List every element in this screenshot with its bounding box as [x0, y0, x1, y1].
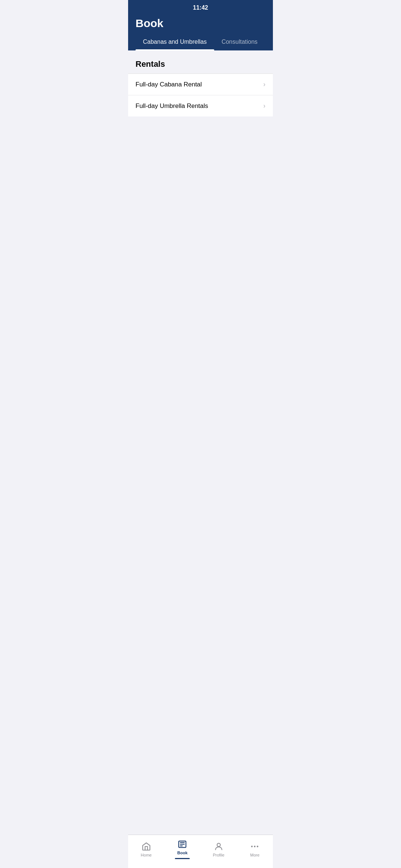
chevron-right-icon: ›	[263, 80, 265, 88]
chevron-right-icon: ›	[263, 102, 265, 110]
svg-point-7	[257, 845, 258, 847]
cabana-rental-label: Full-day Cabana Rental	[136, 81, 202, 88]
main-content: Rentals Full-day Cabana Rental › Full-da…	[128, 50, 273, 837]
nav-item-more[interactable]: More	[237, 840, 273, 859]
header: Book Cabanas and Umbrellas Consultations…	[128, 13, 273, 50]
nav-label-home: Home	[141, 853, 151, 857]
section-title: Rentals	[128, 50, 273, 73]
list-item-umbrella[interactable]: Full-day Umbrella Rentals ›	[128, 95, 273, 116]
profile-icon	[214, 842, 224, 851]
list-item-cabana[interactable]: Full-day Cabana Rental ›	[128, 74, 273, 95]
nav-item-book[interactable]: Book	[164, 838, 201, 861]
svg-point-6	[254, 845, 255, 847]
nav-label-more: More	[250, 853, 260, 857]
nav-label-book: Book	[177, 851, 188, 855]
svg-point-5	[251, 845, 253, 847]
tab-consultations[interactable]: Consultations	[214, 34, 265, 50]
home-icon	[141, 842, 151, 851]
rentals-list: Full-day Cabana Rental › Full-day Umbrel…	[128, 73, 273, 116]
tab-bar: Cabanas and Umbrellas Consultations Clas…	[136, 34, 265, 50]
nav-item-home[interactable]: Home	[128, 840, 164, 859]
umbrella-rental-label: Full-day Umbrella Rentals	[136, 102, 208, 110]
nav-item-profile[interactable]: Profile	[200, 840, 237, 859]
nav-label-profile: Profile	[213, 853, 224, 857]
tab-class[interactable]: Class	[265, 34, 265, 50]
tab-cabanas-and-umbrellas[interactable]: Cabanas and Umbrellas	[136, 34, 214, 50]
bottom-nav: Home Book Profile More	[128, 835, 273, 868]
svg-point-4	[217, 843, 220, 846]
status-time: 11:42	[193, 4, 208, 11]
more-icon	[250, 842, 260, 851]
book-icon	[177, 839, 187, 849]
status-bar: 11:42	[128, 0, 273, 13]
page-title: Book	[136, 17, 265, 34]
